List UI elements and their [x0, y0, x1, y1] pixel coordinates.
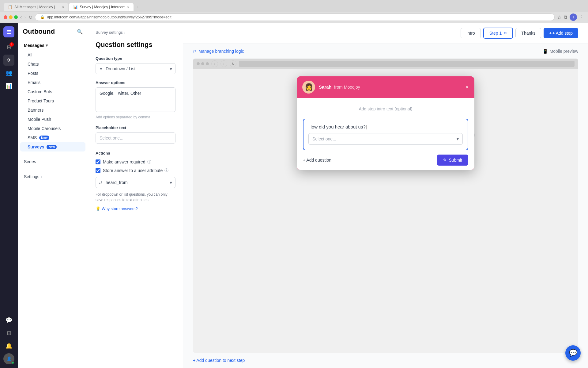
menu-icon[interactable]: ⋮ — [579, 14, 584, 20]
rail-icon-apps[interactable]: ⊞ — [3, 328, 14, 339]
tab-label-1: All Messages | Moodjoy | Inter... — [14, 5, 60, 9]
make-required-row[interactable]: Make answer required ⓘ — [96, 159, 175, 165]
rail-icon-avatar[interactable]: 👤 — [3, 353, 14, 364]
step-intro-placeholder[interactable]: Add step intro text (optional) — [303, 104, 468, 114]
attribute-value: heard_from — [96, 177, 175, 188]
tab-close-2[interactable]: × — [127, 5, 129, 9]
store-answer-checkbox[interactable] — [96, 168, 100, 173]
surveys-badge-new: New — [47, 145, 57, 149]
sidebar-item-mobile-push[interactable]: Mobile Push — [20, 115, 85, 124]
sidebar-item-chats[interactable]: Chats — [20, 59, 85, 69]
actions-group: Actions Make answer required ⓘ Store ans… — [96, 151, 175, 211]
mini-browser-nav: ‹ › ↻ — [193, 59, 578, 69]
sidebar-search-icon[interactable]: 🔍 — [77, 29, 83, 35]
select-arrow-icon: ▾ — [170, 66, 172, 72]
reports-icon: 📊 — [6, 82, 12, 89]
question-type-select-wrapper[interactable]: ▼ Dropdown / List ▾ — [96, 63, 175, 74]
tl-yellow[interactable] — [9, 15, 13, 19]
sidebar-item-sms[interactable]: SMS New — [20, 133, 85, 142]
sidebar-item-surveys[interactable]: Surveys New — [20, 142, 85, 151]
back-button[interactable]: ‹ — [20, 14, 22, 20]
rail-logo[interactable]: ☰ — [3, 26, 14, 37]
question-dropdown-display[interactable]: Select one... ▾ — [308, 133, 463, 145]
store-answer-row[interactable]: Store answer to a user attribute ⓘ — [96, 168, 175, 173]
store-answer-info-icon[interactable]: ⓘ — [164, 168, 168, 173]
new-tab-button[interactable]: + — [134, 3, 142, 11]
rail-icon-notifications[interactable]: 🔔 — [3, 340, 14, 351]
sidebar-item-posts[interactable]: Posts — [20, 69, 85, 78]
sidebar-item-product-tours[interactable]: Product Tours — [20, 96, 85, 105]
mini-nav-reload[interactable]: ↻ — [230, 60, 236, 67]
add-question-next-step-link[interactable]: + Add question to next step — [193, 358, 245, 363]
dropdown-chevron-icon: ▾ — [457, 136, 459, 141]
placeholder-text-label: Placeholder text — [96, 125, 175, 130]
why-store-link[interactable]: 💡 Why store answers? — [96, 206, 175, 211]
make-required-label: Make answer required ⓘ — [103, 159, 151, 165]
bookmark-icon[interactable]: ☆ — [557, 14, 561, 20]
make-required-checkbox[interactable] — [96, 159, 100, 164]
mini-nav-dots — [197, 62, 209, 65]
extensions-icon[interactable]: ⧉ — [564, 14, 567, 20]
survey-widget: 👩 Sarah from Moodjoy × — [297, 76, 474, 170]
attribute-select-wrapper[interactable]: ⇄ heard_from ▾ — [96, 177, 175, 188]
close-widget-button[interactable]: × — [465, 84, 469, 90]
sidebar-item-settings[interactable]: Settings › — [18, 172, 88, 182]
mini-nav-back[interactable]: ‹ — [211, 60, 218, 67]
rail-icon-contacts[interactable]: 👥 — [3, 67, 14, 79]
sidebar-messages-parent[interactable]: Messages ▾ — [20, 40, 85, 50]
tl-green[interactable] — [14, 15, 18, 19]
tab-active[interactable]: 📊 Survey | Moodjoy | Intercom × — [69, 3, 133, 11]
breadcrumb[interactable]: Survey settings › — [96, 30, 175, 35]
sidebar-item-series[interactable]: Series — [18, 157, 88, 167]
submit-button[interactable]: ✎ Submit — [437, 155, 468, 166]
sidebar-title: Outbound — [23, 28, 55, 36]
rail-icon-chat[interactable]: 💬 — [3, 315, 14, 326]
delete-question-icon[interactable]: 🗑 — [472, 131, 474, 139]
make-required-info-icon[interactable]: ⓘ — [147, 159, 151, 165]
question-text-row: How did you hear about us? | — [308, 124, 463, 129]
rail-icon-home[interactable]: ⊞ 1 — [3, 42, 14, 53]
rail-icon-reports[interactable]: 📊 — [3, 80, 14, 91]
sidebar-item-banners[interactable]: Banners — [20, 105, 85, 115]
sidebar-divider-1 — [21, 154, 84, 154]
attribute-arrow-icon: ▾ — [170, 180, 172, 186]
rail-icon-outbound[interactable]: ✈ — [3, 55, 14, 66]
profile-badge[interactable]: I — [570, 13, 577, 21]
intro-step-button[interactable]: Intro — [461, 28, 481, 38]
placeholder-text-group: Placeholder text — [96, 125, 175, 144]
add-step-button[interactable]: + + Add step — [544, 28, 578, 38]
address-bar[interactable]: 🔒 app.intercom.com/a/apps/nnsgmgob/outbo… — [35, 13, 555, 21]
step1-button[interactable]: Step 1 ⚙ — [483, 28, 513, 39]
tab-inactive[interactable]: 📋 All Messages | Moodjoy | Inter... × — [4, 3, 68, 11]
question-text: How did you hear about us? — [308, 124, 366, 129]
panel-title: Question settings — [96, 41, 175, 49]
add-question-link[interactable]: + Add question — [303, 158, 331, 163]
answer-options-textarea[interactable] — [96, 87, 175, 112]
sidebar-item-mobile-carousels[interactable]: Mobile Carousels — [20, 124, 85, 133]
placeholder-text-input[interactable] — [96, 132, 175, 144]
manage-branching-link[interactable]: ⇄ Manage branching logic — [193, 49, 244, 54]
plus-icon: + — [549, 31, 552, 36]
store-answer-label: Store answer to a user attribute ⓘ — [103, 168, 168, 173]
sidebar-item-emails[interactable]: Emails — [20, 78, 85, 87]
question-box: How did you hear about us? | Select one.… — [303, 119, 468, 150]
question-type-group: Question type ▼ Dropdown / List ▾ — [96, 56, 175, 74]
notification-badge: 1 — [9, 42, 14, 47]
answer-options-hint: Add options separated by comma — [96, 115, 175, 119]
forward-button[interactable]: › — [24, 14, 26, 20]
tl-red[interactable] — [4, 15, 7, 19]
content-area: Survey settings › Question settings Ques… — [88, 23, 588, 368]
chat-fab[interactable]: 💬 — [565, 345, 581, 361]
widget-body: Add step intro text (optional) How did y… — [297, 98, 474, 150]
sidebar-item-custom-bots[interactable]: Custom Bots — [20, 87, 85, 96]
tab-label-2: Survey | Moodjoy | Intercom — [80, 5, 125, 9]
mini-nav-forward[interactable]: › — [221, 60, 227, 67]
thanks-step-button[interactable]: Thanks — [515, 28, 541, 38]
chat-fab-icon: 💬 — [569, 349, 577, 357]
sidebar-item-all[interactable]: All — [20, 50, 85, 59]
reload-button[interactable]: ↻ — [28, 14, 32, 20]
tab-close-1[interactable]: × — [62, 5, 64, 9]
actions-label: Actions — [96, 151, 175, 155]
mobile-preview-btn[interactable]: 📱 Mobile preview — [543, 49, 578, 54]
chat-icon: 💬 — [6, 317, 12, 324]
